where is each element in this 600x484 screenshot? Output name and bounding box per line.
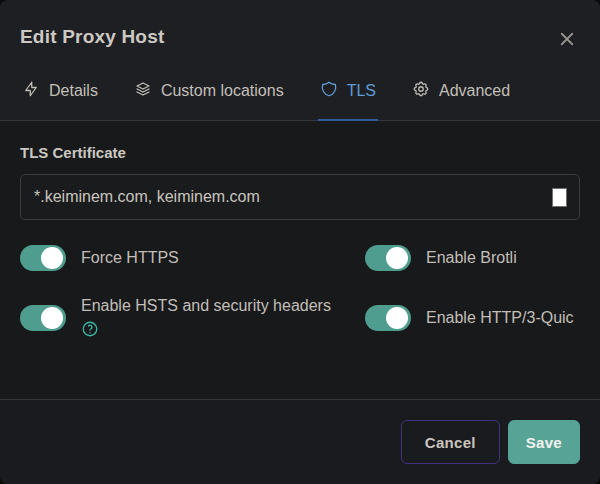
tab-tls[interactable]: TLS — [318, 68, 378, 121]
enable-hsts-label: Enable HSTS and security headers — [81, 297, 331, 315]
toggle-grid: Force HTTPS Enable Brotli Enable HSTS an… — [20, 245, 580, 338]
toggle-knob — [41, 307, 63, 329]
save-button[interactable]: Save — [508, 420, 580, 464]
force-https-toggle[interactable] — [20, 245, 66, 271]
tls-certificate-label: TLS Certificate — [20, 144, 580, 161]
tls-certificate-value: *.keiminem.com, keiminem.com — [34, 188, 260, 206]
enable-hsts-toggle[interactable] — [20, 305, 66, 331]
gear-icon — [412, 80, 430, 102]
modal-body: TLS Certificate *.keiminem.com, keiminem… — [0, 121, 600, 399]
enable-http3-row: Enable HTTP/3-Quic — [365, 297, 580, 338]
toggle-knob — [386, 247, 408, 269]
bolt-icon — [22, 80, 40, 102]
enable-hsts-row: Enable HSTS and security headers — [20, 297, 365, 338]
force-https-row: Force HTTPS — [20, 245, 365, 271]
tab-advanced[interactable]: Advanced — [410, 68, 512, 121]
tab-label: Advanced — [439, 82, 510, 100]
tls-certificate-input[interactable]: *.keiminem.com, keiminem.com — [20, 174, 580, 220]
tab-custom-locations[interactable]: Custom locations — [132, 68, 286, 121]
enable-brotli-row: Enable Brotli — [365, 245, 580, 271]
close-icon[interactable] — [554, 26, 580, 52]
tab-label: Custom locations — [161, 82, 284, 100]
enable-http3-toggle[interactable] — [365, 305, 411, 331]
force-https-label: Force HTTPS — [81, 249, 179, 267]
modal-top-section: Edit Proxy Host Details Custom locations — [0, 0, 600, 121]
enable-brotli-label: Enable Brotli — [426, 249, 517, 267]
modal-footer: Cancel Save — [0, 399, 600, 484]
hsts-label-column: Enable HSTS and security headers — [81, 297, 331, 338]
tab-label: TLS — [347, 82, 376, 100]
tab-label: Details — [49, 82, 98, 100]
question-circle-icon[interactable] — [81, 320, 99, 338]
toggle-knob — [41, 247, 63, 269]
cancel-button[interactable]: Cancel — [401, 420, 500, 464]
stack-icon — [134, 80, 152, 102]
modal-title: Edit Proxy Host — [20, 26, 164, 48]
input-cursor-block — [553, 189, 566, 206]
enable-http3-label: Enable HTTP/3-Quic — [426, 309, 574, 327]
toggle-knob — [386, 307, 408, 329]
tab-details[interactable]: Details — [20, 68, 100, 121]
enable-brotli-toggle[interactable] — [365, 245, 411, 271]
tab-bar: Details Custom locations TLS Advanced — [0, 68, 600, 121]
modal-header: Edit Proxy Host — [0, 0, 600, 68]
edit-proxy-host-modal: Edit Proxy Host Details Custom locations — [0, 0, 600, 484]
shield-icon — [320, 80, 338, 102]
